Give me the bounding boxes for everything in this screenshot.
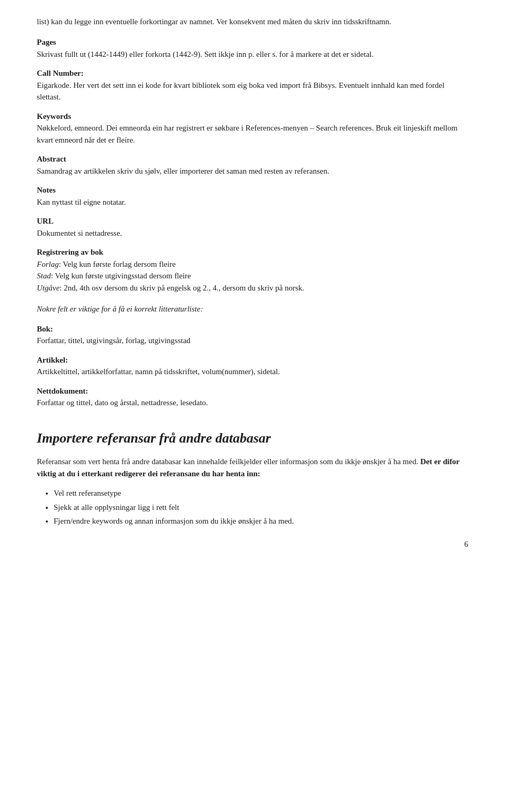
pages-body: Skrivast fullt ut (1442-1449) eller fork… bbox=[37, 50, 373, 58]
notes-body: Kan nyttast til eigne notatar. bbox=[37, 198, 126, 206]
notes-label: Notes bbox=[37, 186, 56, 194]
nettdokument-sub-body: Forfattar og tittel, dato og årstal, net… bbox=[37, 398, 208, 407]
nettdokument-sub-section: Nettdokument: Forfattar og tittel, dato … bbox=[37, 385, 468, 409]
page-number: 6 bbox=[464, 538, 469, 550]
important-note: Nokre felt er viktige for å få ei korrek… bbox=[37, 303, 468, 315]
url-label: URL bbox=[37, 217, 54, 225]
bok-sub-section: Bok: Forfattar, tittel, utgivingsår, for… bbox=[37, 323, 468, 347]
bok-section-label: Registrering av bok bbox=[37, 248, 103, 256]
url-body: Dokumentet si nettadresse. bbox=[37, 229, 122, 237]
keywords-label: Keywords bbox=[37, 112, 71, 121]
intro-paragraph: list) kan du legge inn eventuelle forkor… bbox=[37, 16, 468, 28]
artikkel-sub-label: Artikkel: bbox=[37, 356, 68, 364]
call-number-section: Call Number: Eigarkode. Her vert det set… bbox=[37, 67, 468, 103]
utgave-text: : 2nd, 4th osv dersom du skriv på engels… bbox=[59, 284, 304, 292]
url-section: URL Dokumentet si nettadresse. bbox=[37, 215, 468, 239]
pages-section: Pages Skrivast fullt ut (1442-1449) elle… bbox=[37, 36, 468, 60]
important-note-text: Nokre felt er viktige for å få ei korrek… bbox=[37, 305, 203, 313]
keywords-body: Nøkkelord, emneord. Dei emneorda ein har… bbox=[37, 124, 458, 144]
forlag-text: : Velg kun første forlag dersom fleire bbox=[59, 260, 176, 268]
bullet-item-1: Vel rett referansetype bbox=[54, 487, 468, 499]
bok-sub-label: Bok: bbox=[37, 325, 53, 333]
notes-section: Notes Kan nyttast til eigne notatar. bbox=[37, 184, 468, 208]
artikkel-sub-section: Artikkel: Artikkeltittel, artikkelforfat… bbox=[37, 354, 468, 378]
bullet-list: Vel rett referansetype Sjekk at alle opp… bbox=[37, 487, 468, 527]
page-content: list) kan du legge inn eventuelle forkor… bbox=[37, 16, 468, 527]
call-number-body: Eigarkode. Her vert det sett inn ei kode… bbox=[37, 81, 445, 102]
stad-text: : Velg kun første utgivingsstad dersom f… bbox=[51, 272, 191, 280]
import-heading: Importere referansar frå andre databasar bbox=[37, 428, 468, 448]
keywords-section: Keywords Nøkkelord, emneord. Dei emneord… bbox=[37, 111, 468, 146]
forlag-prefix: Forlag bbox=[37, 260, 59, 268]
call-number-label: Call Number: bbox=[37, 69, 84, 77]
bok-section: Registrering av bok Forlag: Velg kun før… bbox=[37, 246, 468, 294]
import-para1: Referansar som vert henta frå andre data… bbox=[37, 457, 418, 466]
abstract-body: Samandrag av artikkelen skriv du sjølv, … bbox=[37, 167, 329, 175]
page-footer: 6 bbox=[37, 529, 468, 550]
bok-line-1: Forlag: Velg kun første forlag dersom fl… bbox=[37, 260, 176, 268]
nettdokument-sub-label: Nettdokument: bbox=[37, 387, 88, 395]
abstract-label: Abstract bbox=[37, 155, 66, 163]
bok-sub-body: Forfattar, tittel, utgivingsår, forlag, … bbox=[37, 336, 190, 345]
import-paragraph: Referansar som vert henta frå andre data… bbox=[37, 456, 468, 480]
bullet-item-2: Sjekk at alle opplysningar ligg i rett f… bbox=[54, 502, 468, 514]
stad-prefix: Stad bbox=[37, 272, 51, 280]
bullet-item-3: Fjern/endre keywords og annan informasjo… bbox=[54, 515, 468, 527]
abstract-section: Abstract Samandrag av artikkelen skriv d… bbox=[37, 153, 468, 177]
artikkel-sub-body: Artikkeltittel, artikkelforfattar, namn … bbox=[37, 367, 280, 376]
bok-line-3: Utgåve: 2nd, 4th osv dersom du skriv på … bbox=[37, 284, 304, 292]
pages-label: Pages bbox=[37, 38, 56, 46]
utgave-prefix: Utgåve bbox=[37, 284, 59, 292]
bok-line-2: Stad: Velg kun første utgivingsstad ders… bbox=[37, 272, 191, 280]
